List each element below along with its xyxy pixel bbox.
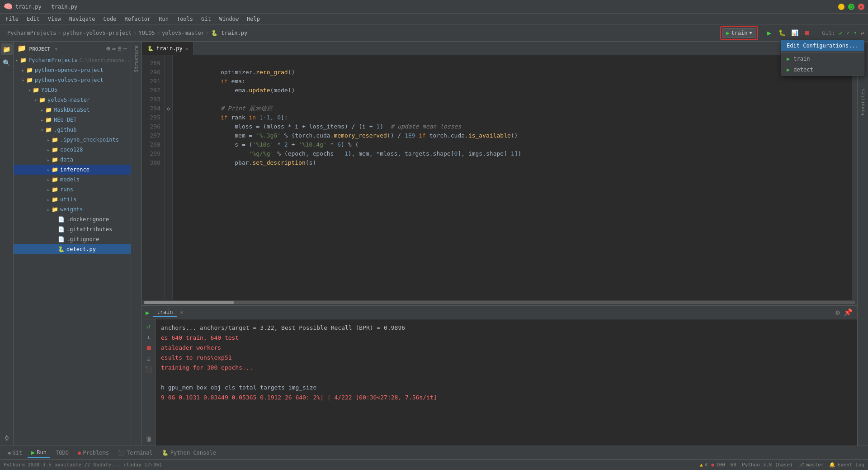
structure-label[interactable]: Structure <box>133 43 139 74</box>
run-config-button[interactable]: ▶ train ▼ <box>722 28 756 38</box>
breadcrumb-part-1[interactable]: PycharmProjects <box>7 30 56 36</box>
tree-item-coco128[interactable]: ▸ 📁 coco128 <box>14 145 131 155</box>
maximize-button[interactable]: □ <box>848 4 854 10</box>
run-stop-button[interactable]: ⏹ <box>144 343 154 353</box>
sidebar-collapse-button[interactable]: ⇒ <box>112 45 116 52</box>
tree-item-inference[interactable]: ▸ 📁 inference <box>14 165 131 175</box>
tree-item-dockerignore[interactable]: 📄 .dockerignore <box>14 214 131 224</box>
menu-navigate[interactable]: Navigate <box>66 15 99 23</box>
menu-refactor[interactable]: Refactor <box>121 15 154 23</box>
run-console-button[interactable]: ⬛ <box>144 365 154 375</box>
folder-icon: 📁 <box>20 57 27 63</box>
debug-button[interactable]: 🐛 <box>776 27 788 39</box>
bottom-tab-todo[interactable]: TODO <box>52 449 72 457</box>
sidebar-locate-button[interactable]: ⊕ <box>106 45 110 52</box>
tree-item-gitignore[interactable]: 📄 .gitignore <box>14 234 131 244</box>
run-list-button[interactable]: ≡ <box>144 354 154 364</box>
tab-close-button[interactable]: ✕ <box>185 46 188 51</box>
tree-item-data[interactable]: ▸ 📁 data <box>14 155 131 165</box>
tree-arrow-icon: ▸ <box>45 207 52 212</box>
run-tab-train[interactable]: train <box>153 308 176 317</box>
scroll-track[interactable] <box>144 301 855 304</box>
menu-file[interactable]: File <box>2 15 22 23</box>
status-line-col[interactable]: 68 <box>731 462 736 468</box>
tree-item-pycharmprojects[interactable]: ▾ 📁 PycharmProjects C:\Users\zhaoha... <box>14 55 131 65</box>
status-git-branch[interactable]: ⎇ master <box>798 462 824 468</box>
close-button[interactable]: ✕ <box>858 4 864 10</box>
run-button[interactable]: ▶ <box>764 27 775 39</box>
breadcrumb-part-3[interactable]: YOLO5 <box>139 30 155 36</box>
tab-train-py[interactable]: 🐍 train.py ✕ <box>142 42 194 55</box>
bottom-tab-python-console[interactable]: 🐍 Python Console <box>158 449 220 457</box>
status-event-log[interactable]: 🔔 Event Log <box>829 462 864 468</box>
menu-help[interactable]: Help <box>243 15 264 23</box>
tree-item-weights[interactable]: ▸ 📁 weights <box>14 204 131 214</box>
sidebar-hide-button[interactable]: — <box>123 45 127 52</box>
run-clear-button[interactable]: 🗑 <box>144 434 154 444</box>
tree-item-gitattributes[interactable]: 📄 .gitattributes <box>14 224 131 234</box>
editor-main: 🐍 train.py ✕ 289 <box>142 42 857 446</box>
menu-run[interactable]: Run <box>155 15 172 23</box>
python-console-label: Python Console <box>170 450 216 456</box>
run-rerun-button[interactable]: ↺ <box>144 321 154 331</box>
tree-item-runs[interactable]: ▸ 📁 runs <box>14 185 131 195</box>
menu-edit[interactable]: Edit <box>23 15 43 23</box>
tab-label: train.py <box>156 45 183 52</box>
bottom-tab-terminal[interactable]: ⬛ Terminal <box>114 449 156 457</box>
tree-arrow-icon: ▸ <box>45 197 52 202</box>
menu-view[interactable]: View <box>44 15 65 23</box>
run-scroll-down-button[interactable]: ↓ <box>144 332 154 342</box>
activity-search-icon[interactable]: 🔍 <box>1 57 13 69</box>
tree-item-ipynb[interactable]: ▸ 📁 .ipynb_checkpoints <box>14 135 131 145</box>
right-scroll-gutter[interactable] <box>852 55 857 300</box>
horizontal-scrollbar[interactable] <box>142 300 857 305</box>
sidebar-options-button[interactable]: ≡ <box>118 45 121 52</box>
tree-item-opencv[interactable]: ▸ 📁 python-opencv-project <box>14 65 131 75</box>
folder-icon: 📁 <box>26 67 33 73</box>
tree-item-maskdataset[interactable]: ▸ 📁 MaskDataSet <box>14 105 131 115</box>
run-pin-button[interactable]: 📌 <box>843 307 854 318</box>
tree-item-detect-py[interactable]: 🐍 detect.py <box>14 244 131 254</box>
breadcrumb-part-2[interactable]: python-yolov5-project <box>63 30 132 36</box>
stop-button[interactable]: ⏹ <box>802 27 813 39</box>
tree-label: runs <box>60 186 73 193</box>
bottom-tab-run[interactable]: ▶ Run <box>28 448 50 458</box>
minimize-button[interactable]: — <box>838 4 844 10</box>
tree-item-yolo5[interactable]: ▾ 📁 YOLO5 <box>14 85 131 95</box>
tree-item-yolov5master[interactable]: ▾ 📁 yolov5-master <box>14 95 131 105</box>
update-notification[interactable]: PyCharm 2020.3.5 available // Update... … <box>4 462 162 468</box>
editor-content[interactable]: 289 290 291 292 293 294 295 296 297 <box>142 55 857 300</box>
breadcrumb-part-4[interactable]: yolov5-master <box>162 30 204 36</box>
line-number: 294 <box>146 104 160 113</box>
sidebar-header-actions: ⊕ ⇒ ≡ — <box>106 45 127 52</box>
tree-item-utils[interactable]: ▸ 📁 utils <box>14 195 131 204</box>
dropdown-item-detect[interactable]: ▶ detect <box>781 64 864 75</box>
run-panel: ▶ train ✕ ⚙ 📌 <box>142 305 857 446</box>
tree-label: PycharmProjects <box>28 57 77 63</box>
activity-vcs-icon[interactable] <box>1 432 13 444</box>
status-warnings[interactable]: ▲ 4 ● 100 <box>700 462 725 468</box>
menu-git[interactable]: Git <box>198 15 215 23</box>
favorites-label[interactable]: Favorites <box>860 87 866 118</box>
tree-item-models[interactable]: ▸ 📁 models <box>14 175 131 185</box>
tree-item-yolov5project[interactable]: ▾ 📁 python-yolov5-project <box>14 75 131 85</box>
tree-item-neudet[interactable]: ▸ 📁 NEU-DET <box>14 115 131 125</box>
todo-label: TODO <box>56 450 69 456</box>
menu-window[interactable]: Window <box>216 15 242 23</box>
dropdown-item-train[interactable]: ▶ train <box>781 53 864 64</box>
run-tab-close-icon[interactable]: ✕ <box>180 309 184 315</box>
git-undo-button[interactable]: ↩ <box>861 29 864 37</box>
activity-project-icon[interactable]: 📁 <box>1 43 13 55</box>
run-coverage-button[interactable]: 📊 <box>789 27 801 39</box>
run-settings-button[interactable]: ⚙ <box>835 307 841 318</box>
tree-item-github[interactable]: ▾ 📁 .github <box>14 125 131 135</box>
code-editor[interactable]: optimizer.zero_grad() if ema: ema.update… <box>173 55 852 300</box>
edit-config-label: Edit Configurations... <box>787 43 859 49</box>
bottom-tab-problems[interactable]: ● Problems <box>74 449 113 457</box>
menu-tools[interactable]: Tools <box>173 15 197 23</box>
menu-code[interactable]: Code <box>100 15 120 23</box>
dropdown-item-edit-configurations[interactable]: Edit Configurations... <box>781 40 864 51</box>
scroll-thumb[interactable] <box>144 301 234 304</box>
status-python-version[interactable]: Python 3.8 (base) <box>742 462 793 468</box>
bottom-tab-git[interactable]: ◀ Git <box>4 449 26 457</box>
